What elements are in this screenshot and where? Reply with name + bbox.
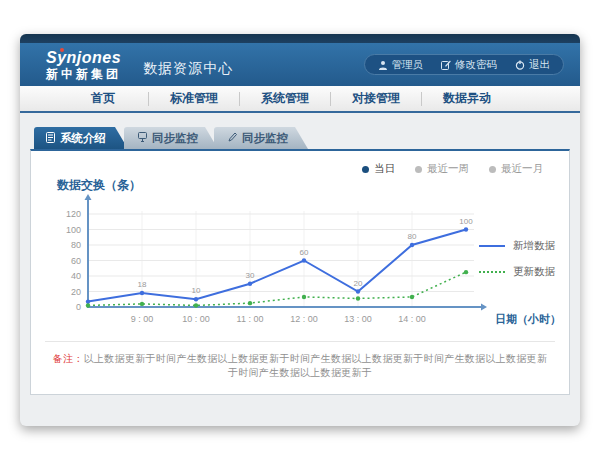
svg-text:100: 100 bbox=[459, 217, 473, 226]
user-icon bbox=[378, 60, 388, 70]
svg-text:0: 0 bbox=[76, 302, 81, 312]
tab-system-intro[interactable]: 系统介绍 bbox=[34, 127, 128, 149]
nav-item-standard-mgmt[interactable]: 标准管理 bbox=[149, 90, 239, 107]
svg-text:18: 18 bbox=[138, 280, 147, 289]
svg-text:80: 80 bbox=[408, 232, 417, 241]
legend-label: 新增数据 bbox=[513, 239, 555, 253]
svg-text:20: 20 bbox=[354, 279, 363, 288]
svg-text:30: 30 bbox=[246, 271, 255, 280]
chart-container: 0204060801001209 : 0010 : 0011 : 0012 : … bbox=[31, 193, 571, 333]
period-label: 当日 bbox=[374, 162, 395, 176]
svg-text:13 : 00: 13 : 00 bbox=[344, 314, 372, 324]
svg-text:80: 80 bbox=[71, 240, 81, 250]
tab-label: 同步监控 bbox=[152, 131, 198, 146]
app-window: Synjones 新中新集团 数据资源中心 管理员 修改密码 bbox=[20, 34, 580, 426]
period-label: 最近一周 bbox=[427, 162, 469, 176]
legend-label: 更新数据 bbox=[513, 265, 555, 279]
monitor-icon bbox=[138, 132, 147, 144]
period-option-today[interactable]: 当日 bbox=[362, 161, 395, 177]
svg-text:14 : 00: 14 : 00 bbox=[398, 314, 426, 324]
svg-text:12 : 00: 12 : 00 bbox=[290, 314, 318, 324]
svg-text:60: 60 bbox=[71, 256, 81, 266]
power-icon bbox=[515, 60, 525, 70]
blue-line-swatch-icon bbox=[479, 245, 505, 247]
admin-user-button[interactable]: 管理员 bbox=[369, 58, 433, 72]
y-axis-title: 数据交换（条） bbox=[57, 177, 569, 193]
brand-logo[interactable]: Synjones 新中新集团 bbox=[46, 50, 121, 80]
brand-subtitle: 新中新集团 bbox=[46, 68, 121, 80]
period-label: 最近一月 bbox=[501, 162, 543, 176]
nav-item-system-mgmt[interactable]: 系统管理 bbox=[240, 90, 330, 107]
footnote: 备注：以上数据更新于时间产生数据以上数据更新于时间产生数据以上数据更新于时间产生… bbox=[31, 342, 569, 380]
brand-dot-icon bbox=[60, 48, 64, 52]
svg-text:60: 60 bbox=[300, 248, 309, 257]
tab-sync-monitor-1[interactable]: 同步监控 bbox=[124, 127, 218, 149]
nav-item-interface-mgmt[interactable]: 对接管理 bbox=[331, 90, 421, 107]
content-panel: 当日 最近一周 最近一月 数据交换（条） 0204060801001209 : … bbox=[30, 149, 570, 395]
admin-user-label: 管理员 bbox=[392, 58, 424, 72]
radio-dot-icon bbox=[489, 166, 496, 173]
brand-name: Synjones bbox=[46, 50, 121, 66]
document-icon bbox=[46, 132, 55, 145]
edit-icon bbox=[441, 60, 451, 70]
legend-item-new-data[interactable]: 新增数据 bbox=[479, 239, 555, 253]
main-nav: 首页 标准管理 系统管理 对接管理 数据异动 bbox=[20, 86, 580, 113]
tab-label: 系统介绍 bbox=[60, 131, 106, 146]
radio-dot-icon bbox=[362, 166, 369, 173]
footnote-label: 备注： bbox=[53, 353, 84, 364]
svg-text:11 : 00: 11 : 00 bbox=[237, 314, 264, 324]
green-dotted-swatch-icon bbox=[479, 271, 505, 273]
tab-label: 同步监控 bbox=[242, 131, 288, 146]
screen: Synjones 新中新集团 数据资源中心 管理员 修改密码 bbox=[0, 0, 600, 450]
header: Synjones 新中新集团 数据资源中心 管理员 修改密码 bbox=[20, 43, 580, 86]
footnote-text: 以上数据更新于时间产生数据以上数据更新于时间产生数据以上数据更新于时间产生数据以… bbox=[84, 353, 548, 378]
change-password-label: 修改密码 bbox=[455, 58, 497, 72]
svg-text:20: 20 bbox=[71, 287, 81, 297]
page-title: 数据资源中心 bbox=[143, 60, 233, 78]
change-password-button[interactable]: 修改密码 bbox=[432, 58, 506, 72]
series-legend: 新增数据 更新数据 bbox=[479, 239, 555, 279]
period-option-last-week[interactable]: 最近一周 bbox=[415, 161, 469, 177]
nav-item-home[interactable]: 首页 bbox=[58, 90, 148, 107]
svg-text:10 : 00: 10 : 00 bbox=[182, 314, 210, 324]
radio-dot-icon bbox=[415, 166, 422, 173]
svg-text:日期（小时）: 日期（小时） bbox=[495, 313, 561, 326]
svg-text:10: 10 bbox=[192, 286, 201, 295]
pencil-icon bbox=[228, 132, 237, 144]
svg-text:100: 100 bbox=[66, 225, 81, 235]
nav-item-data-change[interactable]: 数据异动 bbox=[422, 90, 512, 107]
tab-bar: 系统介绍 同步监控 同步监控 bbox=[30, 127, 570, 149]
svg-text:120: 120 bbox=[66, 209, 81, 219]
tab-sync-monitor-2[interactable]: 同步监控 bbox=[214, 127, 308, 149]
legend-item-update-data[interactable]: 更新数据 bbox=[479, 265, 555, 279]
logout-label: 退出 bbox=[529, 58, 550, 72]
user-menu: 管理员 修改密码 退出 bbox=[364, 54, 565, 75]
svg-text:9 : 00: 9 : 00 bbox=[131, 314, 154, 324]
svg-text:40: 40 bbox=[71, 271, 81, 281]
top-strip bbox=[20, 34, 580, 43]
logout-button[interactable]: 退出 bbox=[506, 58, 559, 72]
period-option-last-month[interactable]: 最近一月 bbox=[489, 161, 543, 177]
period-selector: 当日 最近一周 最近一月 bbox=[31, 151, 569, 177]
content-area: 系统介绍 同步监控 同步监控 bbox=[20, 113, 580, 426]
